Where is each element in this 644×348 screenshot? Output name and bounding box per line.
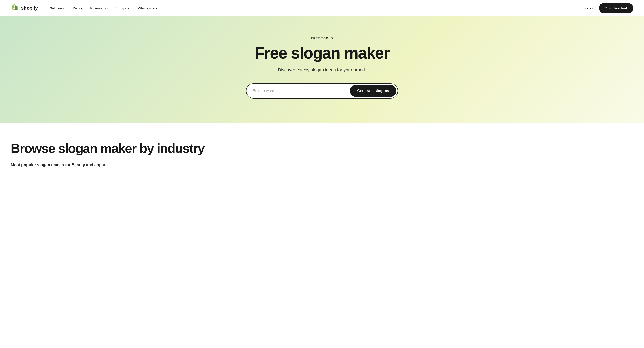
nav-item-whats-new[interactable]: What's new ▾	[134, 4, 160, 12]
nav-links: Solutions ▾ Pricing Resources ▾ Enterpri…	[47, 4, 581, 12]
search-bar: Generate slogans	[246, 83, 398, 99]
nav-right: Log in Start free trial	[581, 3, 633, 13]
start-trial-button[interactable]: Start free trial	[599, 3, 633, 13]
browse-title: Browse slogan maker by industry	[11, 141, 633, 156]
eyebrow-label: FREE TOOLS	[311, 36, 333, 40]
logo-text: shopify	[21, 5, 38, 11]
generate-slogans-button[interactable]: Generate slogans	[350, 85, 396, 97]
hero-section: FREE TOOLS Free slogan maker Discover ca…	[0, 16, 644, 123]
logo-link[interactable]: shopify	[11, 4, 38, 12]
hero-subtitle: Discover catchy slogan ideas for your br…	[278, 67, 366, 73]
browse-section: Browse slogan maker by industry Most pop…	[0, 123, 644, 181]
chevron-down-icon: ▾	[156, 7, 157, 9]
shopify-logo-icon	[11, 4, 19, 12]
chevron-down-icon: ▾	[64, 7, 66, 9]
navbar: shopify Solutions ▾ Pricing Resources ▾ …	[0, 0, 644, 16]
chevron-down-icon: ▾	[107, 7, 108, 9]
browse-subtitle: Most popular slogan names for Beauty and…	[11, 163, 633, 167]
nav-item-resources[interactable]: Resources ▾	[87, 4, 111, 12]
nav-item-pricing[interactable]: Pricing	[70, 4, 86, 12]
login-link[interactable]: Log in	[581, 4, 596, 12]
nav-item-enterprise[interactable]: Enterprise	[112, 4, 134, 12]
nav-item-solutions[interactable]: Solutions ▾	[47, 4, 69, 12]
hero-title: Free slogan maker	[255, 44, 389, 62]
word-input[interactable]	[246, 89, 348, 93]
